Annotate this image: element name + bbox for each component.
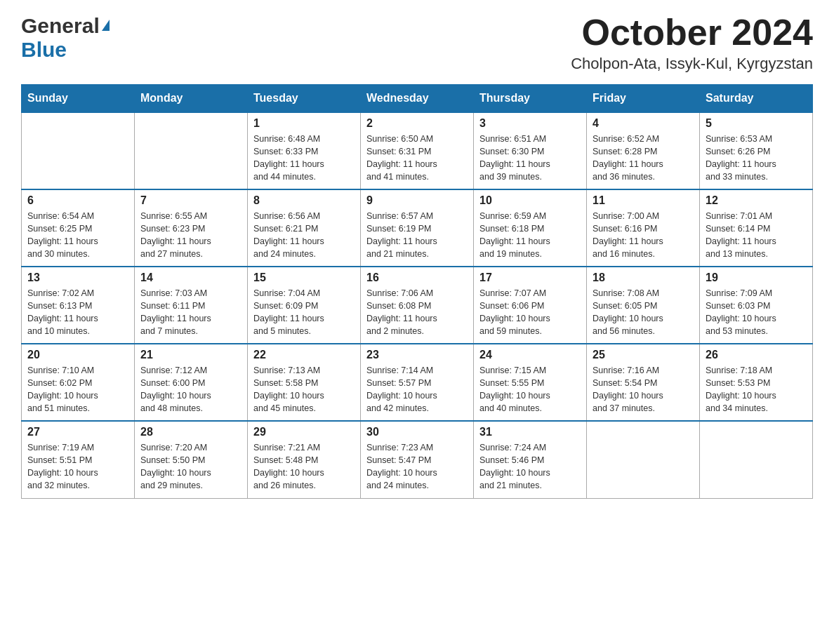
- day-cell: 15Sunrise: 7:04 AM Sunset: 6:09 PM Dayli…: [248, 267, 361, 344]
- day-cell: 31Sunrise: 7:24 AM Sunset: 5:46 PM Dayli…: [474, 421, 587, 498]
- day-number: 4: [593, 117, 694, 130]
- day-info: Sunrise: 7:21 AM Sunset: 5:48 PM Dayligh…: [253, 441, 355, 492]
- page-header: General Blue October 2024 Cholpon-Ata, I…: [21, 14, 813, 73]
- day-cell: 25Sunrise: 7:16 AM Sunset: 5:54 PM Dayli…: [587, 344, 700, 421]
- day-number: 12: [706, 194, 807, 207]
- day-cell: 19Sunrise: 7:09 AM Sunset: 6:03 PM Dayli…: [700, 267, 813, 344]
- location-title: Cholpon-Ata, Issyk-Kul, Kyrgyzstan: [571, 55, 813, 73]
- day-number: 21: [140, 349, 241, 361]
- day-info: Sunrise: 7:16 AM Sunset: 5:54 PM Dayligh…: [593, 364, 694, 415]
- day-number: 19: [706, 271, 807, 284]
- day-info: Sunrise: 7:00 AM Sunset: 6:16 PM Dayligh…: [593, 210, 694, 261]
- day-number: 17: [479, 271, 581, 284]
- day-cell: 28Sunrise: 7:20 AM Sunset: 5:50 PM Dayli…: [135, 421, 248, 498]
- day-info: Sunrise: 7:10 AM Sunset: 6:02 PM Dayligh…: [27, 364, 128, 415]
- day-cell: 11Sunrise: 7:00 AM Sunset: 6:16 PM Dayli…: [587, 189, 700, 267]
- day-info: Sunrise: 6:53 AM Sunset: 6:26 PM Dayligh…: [706, 133, 807, 184]
- logo-triangle-icon: [102, 20, 110, 31]
- header-day-tuesday: Tuesday: [248, 85, 361, 113]
- logo: General Blue: [21, 14, 110, 62]
- header-day-friday: Friday: [587, 85, 700, 113]
- day-info: Sunrise: 6:52 AM Sunset: 6:28 PM Dayligh…: [593, 133, 694, 184]
- day-cell: 8Sunrise: 6:56 AM Sunset: 6:21 PM Daylig…: [248, 189, 361, 267]
- day-number: 7: [140, 194, 241, 207]
- header-day-sunday: Sunday: [22, 85, 135, 113]
- week-row-5: 27Sunrise: 7:19 AM Sunset: 5:51 PM Dayli…: [22, 421, 813, 498]
- logo-general-text: General: [21, 14, 100, 38]
- calendar-header-row: SundayMondayTuesdayWednesdayThursdayFrid…: [22, 85, 813, 113]
- day-cell: 18Sunrise: 7:08 AM Sunset: 6:05 PM Dayli…: [587, 267, 700, 344]
- day-number: 9: [366, 194, 468, 207]
- day-number: 3: [479, 117, 581, 130]
- header-day-wednesday: Wednesday: [361, 85, 474, 113]
- day-info: Sunrise: 7:03 AM Sunset: 6:11 PM Dayligh…: [140, 287, 241, 338]
- calendar-table: SundayMondayTuesdayWednesdayThursdayFrid…: [21, 84, 813, 499]
- day-cell: 10Sunrise: 6:59 AM Sunset: 6:18 PM Dayli…: [474, 189, 587, 267]
- day-number: 6: [27, 194, 128, 207]
- day-info: Sunrise: 6:55 AM Sunset: 6:23 PM Dayligh…: [140, 210, 241, 261]
- day-number: 8: [253, 194, 355, 207]
- day-cell: [700, 421, 813, 498]
- day-number: 28: [140, 426, 241, 438]
- day-number: 24: [479, 349, 581, 361]
- header-day-monday: Monday: [135, 85, 248, 113]
- day-number: 20: [27, 349, 128, 361]
- week-row-4: 20Sunrise: 7:10 AM Sunset: 6:02 PM Dayli…: [22, 344, 813, 421]
- day-info: Sunrise: 6:56 AM Sunset: 6:21 PM Dayligh…: [253, 210, 355, 261]
- day-cell: 22Sunrise: 7:13 AM Sunset: 5:58 PM Dayli…: [248, 344, 361, 421]
- day-number: 16: [366, 271, 468, 284]
- day-number: 1: [253, 117, 355, 130]
- day-cell: 3Sunrise: 6:51 AM Sunset: 6:30 PM Daylig…: [474, 112, 587, 189]
- day-cell: 20Sunrise: 7:10 AM Sunset: 6:02 PM Dayli…: [22, 344, 135, 421]
- day-cell: 30Sunrise: 7:23 AM Sunset: 5:47 PM Dayli…: [361, 421, 474, 498]
- day-info: Sunrise: 7:02 AM Sunset: 6:13 PM Dayligh…: [27, 287, 128, 338]
- day-info: Sunrise: 7:20 AM Sunset: 5:50 PM Dayligh…: [140, 441, 241, 492]
- day-number: 27: [27, 426, 128, 438]
- week-row-2: 6Sunrise: 6:54 AM Sunset: 6:25 PM Daylig…: [22, 189, 813, 267]
- day-cell: 24Sunrise: 7:15 AM Sunset: 5:55 PM Dayli…: [474, 344, 587, 421]
- day-cell: 21Sunrise: 7:12 AM Sunset: 6:00 PM Dayli…: [135, 344, 248, 421]
- day-cell: 23Sunrise: 7:14 AM Sunset: 5:57 PM Dayli…: [361, 344, 474, 421]
- header-day-thursday: Thursday: [474, 85, 587, 113]
- day-cell: 29Sunrise: 7:21 AM Sunset: 5:48 PM Dayli…: [248, 421, 361, 498]
- day-number: 11: [593, 194, 694, 207]
- day-number: 15: [253, 271, 355, 284]
- day-info: Sunrise: 7:12 AM Sunset: 6:00 PM Dayligh…: [140, 364, 241, 415]
- day-info: Sunrise: 7:06 AM Sunset: 6:08 PM Dayligh…: [366, 287, 468, 338]
- day-info: Sunrise: 7:04 AM Sunset: 6:09 PM Dayligh…: [253, 287, 355, 338]
- day-number: 25: [593, 349, 694, 361]
- day-cell: 13Sunrise: 7:02 AM Sunset: 6:13 PM Dayli…: [22, 267, 135, 344]
- day-info: Sunrise: 6:59 AM Sunset: 6:18 PM Dayligh…: [479, 210, 581, 261]
- day-info: Sunrise: 7:19 AM Sunset: 5:51 PM Dayligh…: [27, 441, 128, 492]
- day-cell: [135, 112, 248, 189]
- day-cell: [587, 421, 700, 498]
- day-number: 13: [27, 271, 128, 284]
- day-info: Sunrise: 6:51 AM Sunset: 6:30 PM Dayligh…: [479, 133, 581, 184]
- day-number: 29: [253, 426, 355, 438]
- day-info: Sunrise: 7:01 AM Sunset: 6:14 PM Dayligh…: [706, 210, 807, 261]
- day-cell: 14Sunrise: 7:03 AM Sunset: 6:11 PM Dayli…: [135, 267, 248, 344]
- day-info: Sunrise: 7:18 AM Sunset: 5:53 PM Dayligh…: [706, 364, 807, 415]
- day-cell: 27Sunrise: 7:19 AM Sunset: 5:51 PM Dayli…: [22, 421, 135, 498]
- day-info: Sunrise: 7:24 AM Sunset: 5:46 PM Dayligh…: [479, 441, 581, 492]
- day-number: 14: [140, 271, 241, 284]
- day-cell: 7Sunrise: 6:55 AM Sunset: 6:23 PM Daylig…: [135, 189, 248, 267]
- week-row-1: 1Sunrise: 6:48 AM Sunset: 6:33 PM Daylig…: [22, 112, 813, 189]
- day-cell: [22, 112, 135, 189]
- day-info: Sunrise: 7:07 AM Sunset: 6:06 PM Dayligh…: [479, 287, 581, 338]
- day-info: Sunrise: 7:13 AM Sunset: 5:58 PM Dayligh…: [253, 364, 355, 415]
- week-row-3: 13Sunrise: 7:02 AM Sunset: 6:13 PM Dayli…: [22, 267, 813, 344]
- day-info: Sunrise: 7:23 AM Sunset: 5:47 PM Dayligh…: [366, 441, 468, 492]
- logo-blue-text: Blue: [21, 38, 67, 61]
- month-title: October 2024: [571, 14, 813, 51]
- day-number: 10: [479, 194, 581, 207]
- day-info: Sunrise: 7:14 AM Sunset: 5:57 PM Dayligh…: [366, 364, 468, 415]
- day-cell: 1Sunrise: 6:48 AM Sunset: 6:33 PM Daylig…: [248, 112, 361, 189]
- day-cell: 16Sunrise: 7:06 AM Sunset: 6:08 PM Dayli…: [361, 267, 474, 344]
- day-info: Sunrise: 6:48 AM Sunset: 6:33 PM Dayligh…: [253, 133, 355, 184]
- day-cell: 5Sunrise: 6:53 AM Sunset: 6:26 PM Daylig…: [700, 112, 813, 189]
- day-number: 5: [706, 117, 807, 130]
- day-number: 23: [366, 349, 468, 361]
- header-day-saturday: Saturday: [700, 85, 813, 113]
- day-number: 18: [593, 271, 694, 284]
